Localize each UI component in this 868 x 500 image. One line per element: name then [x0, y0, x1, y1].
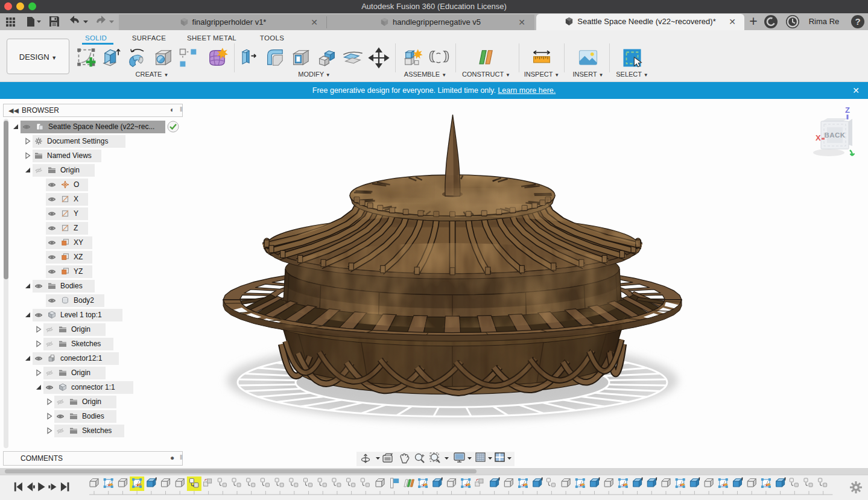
svg-text:BACK: BACK: [824, 131, 845, 139]
svg-text:X: X: [816, 133, 821, 142]
svg-text:?: ?: [855, 16, 860, 27]
svg-text:Z: Z: [845, 106, 850, 115]
